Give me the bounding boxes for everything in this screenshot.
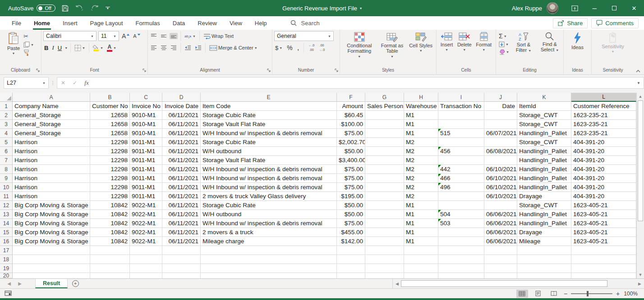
cell-J1[interactable]: Date xyxy=(484,102,517,111)
cell-J2[interactable] xyxy=(484,111,517,120)
maximize-button[interactable] xyxy=(604,0,624,16)
cell-A15[interactable]: Big Corp Moving & Storage xyxy=(13,228,90,237)
cell-C18[interactable] xyxy=(130,255,162,264)
cell-D8[interactable]: 06/11/2021 xyxy=(162,165,201,174)
format-as-table-button[interactable]: Format as Table ▼ xyxy=(377,31,407,66)
accounting-format-button[interactable]: $▼ xyxy=(274,44,283,52)
conditional-formatting-button[interactable]: Conditional Formatting ▼ xyxy=(342,31,377,66)
cell-B1[interactable]: Customer No xyxy=(90,102,130,111)
cell-I16[interactable] xyxy=(438,237,484,246)
fill-button[interactable]: ▼ xyxy=(498,41,510,48)
cell-G11[interactable] xyxy=(365,192,404,201)
formula-input[interactable] xyxy=(92,77,634,88)
cell-C14[interactable]: 9022-M1 xyxy=(130,219,162,228)
cell-H13[interactable]: M1 xyxy=(404,210,438,219)
number-format-select[interactable]: General▼ xyxy=(274,31,334,41)
borders-button[interactable]: ▼ xyxy=(74,44,86,52)
cell-A1[interactable]: Company Name xyxy=(13,102,90,111)
cell-K11[interactable]: Drayage xyxy=(517,192,571,201)
cell-B18[interactable] xyxy=(90,255,130,264)
column-header-B[interactable]: B xyxy=(90,93,130,102)
cell-K20[interactable] xyxy=(517,273,571,278)
cell-G14[interactable] xyxy=(365,219,404,228)
cell-B15[interactable]: 10842 xyxy=(90,228,130,237)
cell-D20[interactable] xyxy=(162,273,201,278)
scroll-up-arrow[interactable]: ▲ xyxy=(637,93,644,100)
cell-D2[interactable]: 06/11/2021 xyxy=(162,111,201,120)
cell-E1[interactable]: Item Code xyxy=(201,102,337,111)
cell-L20[interactable] xyxy=(571,273,636,278)
cell-F10[interactable]: $75.00 xyxy=(337,183,365,192)
cell-E4[interactable]: W/H Inbound w/ inspection & debris remov… xyxy=(201,129,337,138)
cell-J8[interactable]: 06/10/2021 xyxy=(484,165,517,174)
cell-B17[interactable] xyxy=(90,246,130,255)
cell-K8[interactable]: HandlingIn_Pallet xyxy=(517,165,571,174)
cell-A14[interactable]: Big Corp Moving & Storage xyxy=(13,219,90,228)
cell-D13[interactable]: 06/11/2021 xyxy=(162,210,201,219)
font-dialog-launcher[interactable] xyxy=(143,68,147,73)
autosave-toggle[interactable]: Off xyxy=(37,5,55,12)
column-header-K[interactable]: K xyxy=(517,93,571,102)
horizontal-scroll-thumb[interactable] xyxy=(401,280,607,287)
cell-F15[interactable]: $455.00 xyxy=(337,228,365,237)
cell-I14[interactable]: 503 xyxy=(438,219,484,228)
align-right-button[interactable] xyxy=(170,45,178,51)
cell-C7[interactable]: 9011-M1 xyxy=(130,156,162,165)
redo-button[interactable] xyxy=(90,5,99,11)
cell-B10[interactable]: 12298 xyxy=(90,183,130,192)
cell-F16[interactable]: $142.00 xyxy=(337,237,365,246)
cell-I6[interactable]: 456 xyxy=(438,147,484,156)
tab-insert[interactable]: Insert xyxy=(56,16,84,30)
cell-J3[interactable] xyxy=(484,120,517,129)
cell-E11[interactable]: 2 movers & truck Valley Glass delivery xyxy=(201,192,337,201)
cell-D10[interactable]: 06/11/2021 xyxy=(162,183,201,192)
cell-L10[interactable]: 404-391-20 xyxy=(571,183,636,192)
fill-color-button[interactable]: ▼ xyxy=(92,44,104,52)
cell-H9[interactable]: M2 xyxy=(404,174,438,183)
cell-B12[interactable]: 10842 xyxy=(90,201,130,210)
cell-K14[interactable]: HandlingIn_Pallet xyxy=(517,219,571,228)
cell-F3[interactable]: $100.00 xyxy=(337,120,365,129)
cell-C17[interactable] xyxy=(130,246,162,255)
column-header-G[interactable]: G xyxy=(365,93,404,102)
row-header-14[interactable]: 14 xyxy=(0,219,13,228)
cell-D12[interactable]: 06/11/2021 xyxy=(162,201,201,210)
cell-F6[interactable]: $50.00 xyxy=(337,147,365,156)
row-header-9[interactable]: 9 xyxy=(0,174,13,183)
cell-D3[interactable]: 06/11/2021 xyxy=(162,120,201,129)
cell-J4[interactable]: 06/07/2021 xyxy=(484,129,517,138)
cell-F9[interactable]: $75.00 xyxy=(337,174,365,183)
row-header-4[interactable]: 4 xyxy=(0,129,13,138)
cell-E8[interactable]: W/H Inbound w/ inspection & debris remov… xyxy=(201,165,337,174)
cell-G1[interactable]: Sales Person xyxy=(365,102,404,111)
cell-F17[interactable] xyxy=(337,246,365,255)
cell-G7[interactable] xyxy=(365,156,404,165)
cell-H20[interactable] xyxy=(404,273,438,278)
cell-L18[interactable] xyxy=(571,255,636,264)
autosum-button[interactable]: Σ▼ xyxy=(498,32,510,40)
cell-I7[interactable] xyxy=(438,156,484,165)
row-header-7[interactable]: 7 xyxy=(0,156,13,165)
cell-D17[interactable] xyxy=(162,246,201,255)
align-center-button[interactable] xyxy=(160,45,168,51)
vertical-scrollbar[interactable]: ▲ ▼ xyxy=(636,93,644,278)
cell-C20[interactable] xyxy=(130,273,162,278)
cell-H2[interactable]: M1 xyxy=(404,111,438,120)
cell-H11[interactable]: M2 xyxy=(404,192,438,201)
cell-B4[interactable]: 12658 xyxy=(90,129,130,138)
cell-D11[interactable]: 06/11/2021 xyxy=(162,192,201,201)
cell-G13[interactable] xyxy=(365,210,404,219)
row-header-16[interactable]: 16 xyxy=(0,237,13,246)
cell-L4[interactable]: 1623-235-21 xyxy=(571,129,636,138)
delete-cells-button[interactable]: Delete ▼ xyxy=(456,31,473,66)
cell-A16[interactable]: Big Corp Moving & Storage xyxy=(13,237,90,246)
cell-D9[interactable]: 06/11/2021 xyxy=(162,174,201,183)
cell-K2[interactable]: Storage_CWT xyxy=(517,111,571,120)
cell-L15[interactable]: 1623-405-21 xyxy=(571,228,636,237)
cell-G9[interactable] xyxy=(365,174,404,183)
cell-A11[interactable]: Harrison xyxy=(13,192,90,201)
undo-button[interactable] xyxy=(75,5,84,11)
save-button[interactable] xyxy=(62,5,69,12)
cell-F13[interactable]: $50.00 xyxy=(337,210,365,219)
cell-K1[interactable]: ItemId xyxy=(517,102,571,111)
